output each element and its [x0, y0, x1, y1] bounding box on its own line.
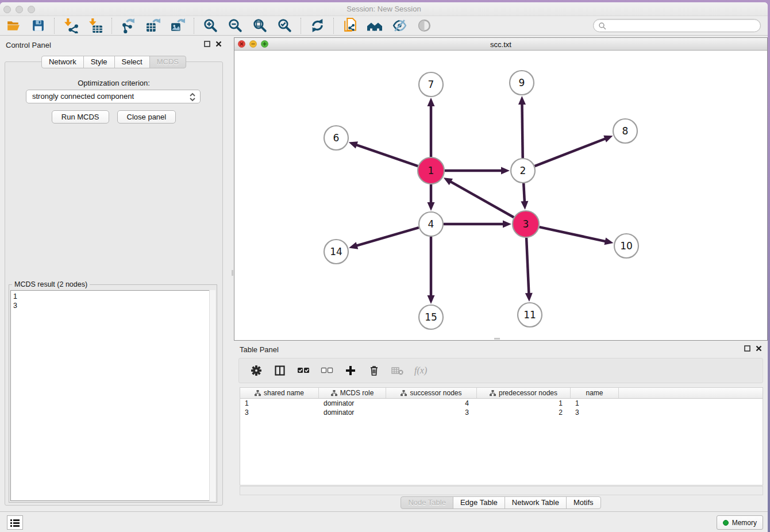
table-cell[interactable]: 1	[240, 399, 319, 408]
mcds-result-value: 3	[13, 301, 213, 310]
zoom-fit-icon[interactable]	[251, 17, 268, 34]
edge-3-10[interactable]	[539, 227, 606, 241]
edge-3-1[interactable]	[450, 182, 514, 218]
open-folder-icon[interactable]	[5, 17, 22, 34]
graph-node-label: 9	[519, 77, 525, 88]
table-cell[interactable]: 4	[386, 399, 477, 408]
column-sort-icon	[255, 390, 261, 396]
tab-edge-table[interactable]: Edge Table	[453, 496, 505, 509]
clone-network-icon[interactable]	[341, 17, 359, 34]
network-window-titlebar[interactable]: scc.txt	[234, 38, 767, 51]
table-row[interactable]: 3dominator323	[240, 408, 763, 417]
edge-2-3[interactable]	[523, 183, 525, 202]
add-column-icon[interactable]	[344, 364, 357, 377]
zoom-selected-icon[interactable]	[276, 17, 293, 34]
edge-arrowhead	[603, 136, 613, 142]
column-header-successor-nodes[interactable]: successor nodes	[386, 388, 477, 398]
search-input[interactable]	[606, 22, 756, 30]
table-cell[interactable]: dominator	[319, 408, 386, 417]
export-image-icon[interactable]	[169, 17, 186, 34]
tab-motifs[interactable]: Motifs	[566, 496, 601, 509]
column-header-shared-name[interactable]: shared name	[240, 388, 319, 398]
column-header-MCDS-role[interactable]: MCDS role	[319, 388, 386, 398]
tab-network-table[interactable]: Network Table	[505, 496, 567, 509]
import-network-icon[interactable]	[62, 17, 79, 34]
column-header-predecessor-nodes[interactable]: predecessor nodes	[477, 388, 571, 398]
node-table[interactable]: shared nameMCDS rolesuccessor nodesprede…	[240, 387, 763, 485]
export-network-icon[interactable]	[120, 17, 137, 34]
table-cell[interactable]: 2	[477, 408, 571, 417]
network-canvas-svg[interactable]: 7968124314101511	[234, 51, 767, 340]
table-cell[interactable]: 3	[386, 408, 477, 417]
graph-node-label: 4	[428, 218, 434, 230]
tab-style[interactable]: Style	[83, 56, 115, 68]
table-cell[interactable]: 3	[571, 408, 619, 417]
deselect-all-icon[interactable]	[320, 364, 334, 377]
tab-select[interactable]: Select	[114, 56, 150, 68]
task-history-button[interactable]	[7, 515, 23, 530]
search-box[interactable]	[593, 19, 761, 32]
criterion-dropdown[interactable]: strongly connected component	[26, 90, 201, 103]
tab-node-table[interactable]: Node Table	[401, 496, 453, 509]
edge-arrowhead	[428, 98, 435, 106]
edge-4-14[interactable]	[356, 228, 419, 246]
export-table-icon[interactable]	[144, 17, 161, 34]
table-hscrollbar[interactable]	[240, 486, 763, 495]
edge-2-9[interactable]	[522, 103, 522, 158]
toolbar-separator	[194, 18, 194, 34]
column-header-label: name	[586, 389, 603, 397]
toolbar-separator	[111, 18, 112, 34]
table-row[interactable]: 1dominator411	[240, 399, 763, 408]
close-panel-icon[interactable]	[215, 41, 222, 47]
table-cell[interactable]: 1	[477, 399, 571, 408]
criterion-dropdown-value: strongly connected component	[32, 92, 134, 101]
function-builder-icon[interactable]: f(x)	[414, 364, 427, 377]
float-table-panel-icon[interactable]	[744, 345, 750, 352]
mcds-result-title: MCDS result (2 nodes)	[12, 280, 90, 288]
splitter-grip[interactable]	[232, 270, 233, 276]
table-cell[interactable]: dominator	[319, 399, 386, 408]
mcds-result-list[interactable]: 13	[10, 290, 215, 501]
close-table-panel-icon[interactable]	[756, 345, 762, 352]
edge-2-8[interactable]	[535, 138, 606, 166]
mcds-tab-content: Optimization criterion: strongly connect…	[5, 61, 223, 506]
control-panel: Control Panel NetworkStyleSelectMCDS Opt…	[0, 37, 228, 507]
hide-selected-icon[interactable]	[391, 17, 408, 34]
show-all-icon[interactable]	[415, 17, 433, 34]
resize-grip[interactable]	[494, 338, 500, 340]
refresh-icon[interactable]	[309, 17, 326, 34]
tab-mcds[interactable]: MCDS	[149, 56, 186, 68]
save-session-icon[interactable]	[29, 17, 47, 34]
import-table-icon[interactable]	[87, 17, 104, 34]
column-view-icon[interactable]	[273, 364, 287, 377]
memory-button[interactable]: Memory	[717, 515, 763, 530]
result-scrollbar[interactable]	[209, 290, 215, 501]
table-header-row: shared nameMCDS rolesuccessor nodesprede…	[240, 388, 763, 399]
edge-3-11[interactable]	[526, 238, 529, 294]
first-neighbors-icon[interactable]	[366, 17, 383, 34]
select-all-icon[interactable]	[297, 364, 310, 377]
graph-node-label: 14	[330, 246, 342, 257]
graph-node-label: 7	[428, 79, 434, 90]
column-header-label: MCDS role	[340, 389, 374, 397]
table-cell[interactable]: 1	[571, 399, 619, 408]
delete-table-icon[interactable]	[391, 364, 405, 377]
column-sort-icon	[490, 390, 496, 396]
graph-node-label: 15	[425, 311, 437, 323]
tab-network[interactable]: Network	[41, 56, 84, 68]
graph-node-label: 1	[428, 165, 434, 176]
table-settings-gear-icon[interactable]	[249, 364, 263, 377]
close-panel-button[interactable]: Close panel	[117, 110, 176, 124]
edge-1-6[interactable]	[356, 145, 418, 166]
fx-label: f(x)	[414, 365, 427, 376]
zoom-out-icon[interactable]	[226, 17, 244, 34]
app-window: Session: New Session	[0, 2, 768, 532]
column-header-name[interactable]: name	[571, 388, 619, 398]
table-cell[interactable]: 3	[240, 408, 319, 417]
float-panel-icon[interactable]	[204, 41, 210, 47]
run-mcds-button[interactable]: Run MCDS	[52, 110, 109, 124]
delete-column-icon[interactable]	[367, 364, 381, 377]
zoom-in-icon[interactable]	[202, 17, 219, 34]
table-toolbar: f(x)	[238, 358, 763, 383]
column-header-label: predecessor nodes	[499, 389, 557, 397]
